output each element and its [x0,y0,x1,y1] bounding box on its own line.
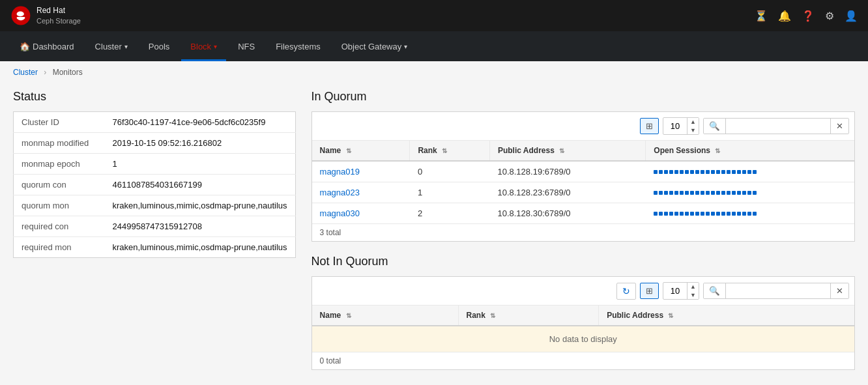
count-input[interactable] [663,119,687,134]
monitor-sessions [646,203,854,224]
breadcrumb-monitors: Monitors [53,68,83,77]
grid-view-button[interactable]: ⊞ [640,118,659,134]
nav-pools[interactable]: Pools [139,31,179,61]
status-key: required mon [14,237,105,258]
not-in-quorum-search: 🔍 ✕ [703,283,849,299]
grid-view-button-2[interactable]: ⊞ [640,283,659,299]
monitor-rank: 0 [410,161,490,182]
topbar-actions: ⏳ 🔔 ❓ ⚙ 👤 [755,10,858,22]
status-value: 4611087854031667199 [105,175,296,195]
monitor-sessions [646,182,854,203]
col-name-2: Name ⇅ [312,306,458,326]
nav-dashboard[interactable]: 🏠 Dashboard [10,31,83,61]
nav-cluster[interactable]: Cluster ▾ [86,31,137,61]
clear-search-button-2[interactable]: ✕ [830,283,848,298]
search-button-2[interactable]: 🔍 [704,283,726,298]
count-up-button-2[interactable]: ▲ [687,283,699,291]
status-value: 2449958747315912708 [105,216,296,237]
status-key: monmap modified [14,133,105,154]
nav-block[interactable]: Block ▾ [181,31,226,61]
col-public-address: Public Address ⇅ [489,141,645,161]
clear-search-button[interactable]: ✕ [830,119,848,134]
status-value: 76f30c40-1197-41ce-9e06-5dcf6c0235f9 [105,112,296,133]
not-in-quorum-panel: ↻ ⊞ ▲ ▼ 🔍 ✕ Name ⇅ [311,276,855,370]
sessions-sort-icon[interactable]: ⇅ [715,147,720,154]
address-sort-icon[interactable]: ⇅ [559,147,564,154]
count-selector: ▲ ▼ [663,117,699,135]
table-row: monmap modified 2019-10-15 09:52:16.2168… [14,133,296,154]
bell-icon[interactable]: 🔔 [778,10,791,22]
status-value: 1 [105,154,296,175]
task-icon[interactable]: ⏳ [755,10,768,22]
breadcrumb-cluster[interactable]: Cluster [13,68,38,77]
in-quorum-toolbar: ⊞ ▲ ▼ 🔍 ✕ [312,112,854,141]
not-in-quorum-table: Name ⇅ Rank ⇅ Public Address ⇅ No data t… [312,306,854,352]
breadcrumb: Cluster › Monitors [0,61,868,83]
topbar: Red Hat Ceph Storage ⏳ 🔔 ❓ ⚙ 👤 [0,0,868,31]
in-quorum-table: Name ⇅ Rank ⇅ Public Address ⇅ Open Sess… [312,141,854,223]
in-quorum-footer: 3 total [312,223,854,241]
status-title: Status [13,90,296,104]
count-input-2[interactable] [663,283,687,298]
status-value: kraken,luminous,mimic,osdmap-prune,nauti… [105,195,296,216]
monitor-name: magna019 [312,161,410,182]
monitor-address: 10.8.128.30:6789/0 [489,203,645,224]
search-input-2[interactable] [726,283,830,298]
not-in-quorum-footer: 0 total [312,352,854,369]
monitor-name: magna023 [312,182,410,203]
nav-nfs[interactable]: NFS [229,31,264,61]
count-spinners-2: ▲ ▼ [687,283,699,299]
in-quorum-search: 🔍 ✕ [703,118,849,134]
count-down-button-2[interactable]: ▼ [687,291,699,300]
search-button[interactable]: 🔍 [704,119,726,134]
table-row: magna019 0 10.8.128.19:6789/0 [312,161,854,182]
monitor-link[interactable]: magna023 [320,188,360,197]
count-down-button[interactable]: ▼ [687,126,699,135]
address-sort-icon-2[interactable]: ⇅ [668,312,673,319]
user-icon[interactable]: 👤 [845,10,858,22]
status-key: Cluster ID [14,112,105,133]
table-row: monmap epoch 1 [14,154,296,175]
table-row: magna023 1 10.8.128.23:6789/0 [312,182,854,203]
right-section: In Quorum ⊞ ▲ ▼ 🔍 ✕ [311,90,855,383]
count-selector-2: ▲ ▼ [663,282,699,300]
table-row: required mon kraken,luminous,mimic,osdma… [14,237,296,258]
status-key: quorum mon [14,195,105,216]
table-row: magna030 2 10.8.128.30:6789/0 [312,203,854,224]
search-input[interactable] [726,119,830,134]
nav-filesystems[interactable]: Filesystems [267,31,330,61]
monitor-link[interactable]: magna030 [320,208,360,218]
brand-logo: Red Hat Ceph Storage [10,5,81,26]
dashboard-icon: 🏠 [20,42,30,51]
rank-sort-icon-2[interactable]: ⇅ [490,312,495,319]
monitor-address: 10.8.128.19:6789/0 [489,161,645,182]
name-sort-icon[interactable]: ⇅ [346,147,351,154]
monitor-rank: 2 [410,203,490,224]
page-content: Status Cluster ID 76f30c40-1197-41ce-9e0… [0,83,868,385]
monitor-address: 10.8.128.23:6789/0 [489,182,645,203]
monitor-link[interactable]: magna019 [320,167,360,177]
name-sort-icon-2[interactable]: ⇅ [346,312,351,319]
help-icon[interactable]: ❓ [802,10,815,22]
rank-sort-icon[interactable]: ⇅ [442,147,447,154]
status-key: monmap epoch [14,154,105,175]
status-value: kraken,luminous,mimic,osdmap-prune,nauti… [105,237,296,258]
status-value: 2019-10-15 09:52:16.216802 [105,133,296,154]
cluster-dropdown-icon: ▾ [124,43,128,50]
status-key: required con [14,216,105,237]
nav-object-gateway[interactable]: Object Gateway ▾ [332,31,417,61]
refresh-button[interactable]: ↻ [616,283,636,300]
table-row: Cluster ID 76f30c40-1197-41ce-9e06-5dcf6… [14,112,296,133]
monitor-rank: 1 [410,182,490,203]
count-up-button[interactable]: ▲ [687,118,699,126]
settings-icon[interactable]: ⚙ [825,10,834,22]
status-table: Cluster ID 76f30c40-1197-41ce-9e06-5dcf6… [13,111,296,258]
monitor-name: magna030 [312,203,410,224]
object-gateway-dropdown-icon: ▾ [404,43,407,50]
breadcrumb-sep: › [44,68,46,77]
brand-name: Red Hat [36,6,81,16]
brand-subtitle: Ceph Storage [36,16,81,25]
count-spinners: ▲ ▼ [687,118,699,134]
col-open-sessions: Open Sessions ⇅ [646,141,854,161]
table-row: quorum con 4611087854031667199 [14,175,296,195]
